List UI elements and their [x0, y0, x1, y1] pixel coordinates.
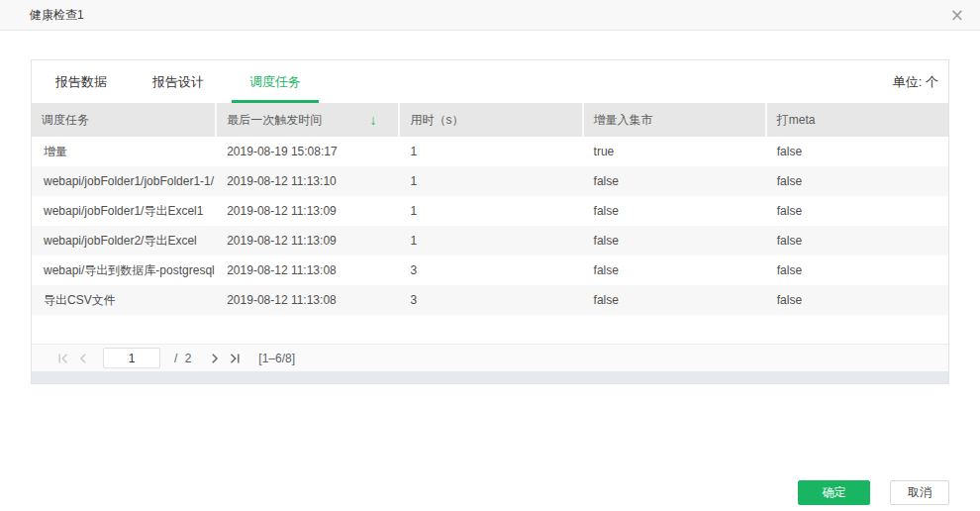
cell-task-name: webapi/jobFolder1/导出Excel1 — [32, 196, 215, 226]
column-header-duration[interactable]: 用时（s） — [398, 103, 581, 137]
cell-duration: 3 — [398, 285, 581, 315]
cell-meta: false — [765, 137, 948, 166]
dialog-title: 健康检查1 — [30, 7, 84, 24]
cancel-button[interactable]: 取消 — [890, 480, 949, 505]
cell-duration: 1 — [398, 166, 581, 196]
table-row[interactable]: webapi/jobFolder2/导出Excel 2019-08-12 11:… — [32, 226, 948, 256]
prev-page-icon[interactable] — [75, 351, 91, 366]
table-body: 增量 2019-08-19 15:08:17 1 true false weba… — [32, 137, 948, 344]
cell-incremental-market: false — [582, 256, 765, 285]
cell-duration: 1 — [398, 226, 581, 256]
cell-meta: false — [765, 196, 948, 226]
page-range-label: [1–6/8] — [258, 352, 295, 365]
close-icon[interactable]: × — [946, 5, 968, 26]
cell-task-name: webapi/导出到数据库-postgresql — [32, 256, 215, 285]
column-header-last-trigger-time[interactable]: 最后一次触发时间 ↓ — [215, 103, 398, 137]
column-header-meta[interactable]: 打meta — [765, 103, 948, 137]
unit-label: 单位: 个 — [893, 73, 940, 91]
tab-report-design[interactable]: 报告设计 — [135, 60, 222, 103]
cell-meta: false — [765, 166, 948, 196]
cell-last-trigger-time: 2019-08-12 11:13:08 — [215, 256, 398, 285]
cell-meta: false — [765, 285, 948, 315]
cell-incremental-market: false — [582, 196, 765, 226]
cell-incremental-market: true — [582, 137, 765, 166]
column-header-label: 最后一次触发时间 — [227, 112, 322, 129]
cell-meta: false — [765, 256, 948, 285]
cell-task-name: webapi/jobFolder1/jobFolder1-1/ — [32, 166, 215, 196]
cell-task-name: webapi/jobFolder2/导出Excel — [32, 226, 215, 256]
column-header-incremental-market[interactable]: 增量入集市 — [582, 103, 765, 137]
cell-duration: 1 — [398, 196, 581, 226]
first-page-icon[interactable] — [55, 351, 71, 366]
dialog-titlebar: 健康检查1 × — [0, 0, 980, 31]
table-row[interactable]: webapi/jobFolder1/jobFolder1-1/ 2019-08-… — [32, 166, 948, 196]
cell-meta: false — [765, 226, 948, 256]
horizontal-scrollbar[interactable] — [32, 371, 948, 383]
cell-last-trigger-time: 2019-08-12 11:13:09 — [215, 196, 398, 226]
next-page-icon[interactable] — [207, 351, 223, 366]
pagination-bar: / 2 [1–6/8] — [32, 344, 948, 371]
cell-duration: 1 — [398, 137, 581, 166]
cell-last-trigger-time: 2019-08-12 11:13:08 — [215, 285, 398, 315]
table-row[interactable]: 导出CSV文件 2019-08-12 11:13:08 3 false fals… — [32, 285, 948, 315]
ok-button[interactable]: 确定 — [798, 480, 870, 505]
table-row[interactable]: webapi/jobFolder1/导出Excel1 2019-08-12 11… — [32, 196, 948, 226]
total-pages-label: / 2 — [174, 352, 193, 365]
column-header-task[interactable]: 调度任务 — [32, 103, 215, 137]
tab-bar: 报告数据 报告设计 调度任务 单位: 个 — [32, 60, 948, 103]
cell-last-trigger-time: 2019-08-19 15:08:17 — [215, 137, 398, 166]
schedule-task-panel: 报告数据 报告设计 调度任务 单位: 个 调度任务 最后一次触发时间 ↓ 用时（… — [31, 59, 949, 384]
cell-incremental-market: false — [582, 226, 765, 256]
table-header: 调度任务 最后一次触发时间 ↓ 用时（s） 增量入集市 打meta — [32, 103, 948, 137]
cell-duration: 3 — [398, 256, 581, 285]
sort-desc-icon[interactable]: ↓ — [369, 113, 376, 127]
cell-incremental-market: false — [582, 166, 765, 196]
cell-incremental-market: false — [582, 285, 765, 315]
table-row[interactable]: 增量 2019-08-19 15:08:17 1 true false — [32, 137, 948, 166]
table-row[interactable]: webapi/导出到数据库-postgresql 2019-08-12 11:1… — [32, 256, 948, 285]
page-number-input[interactable] — [103, 348, 160, 368]
dialog-footer: 确定 取消 — [798, 480, 949, 505]
tab-schedule-tasks[interactable]: 调度任务 — [232, 60, 319, 103]
tab-report-data[interactable]: 报告数据 — [38, 60, 125, 103]
cell-task-name: 增量 — [32, 137, 215, 166]
cell-last-trigger-time: 2019-08-12 11:13:09 — [215, 226, 398, 256]
cell-task-name: 导出CSV文件 — [32, 285, 215, 315]
last-page-icon[interactable] — [227, 351, 243, 366]
cell-last-trigger-time: 2019-08-12 11:13:10 — [215, 166, 398, 196]
